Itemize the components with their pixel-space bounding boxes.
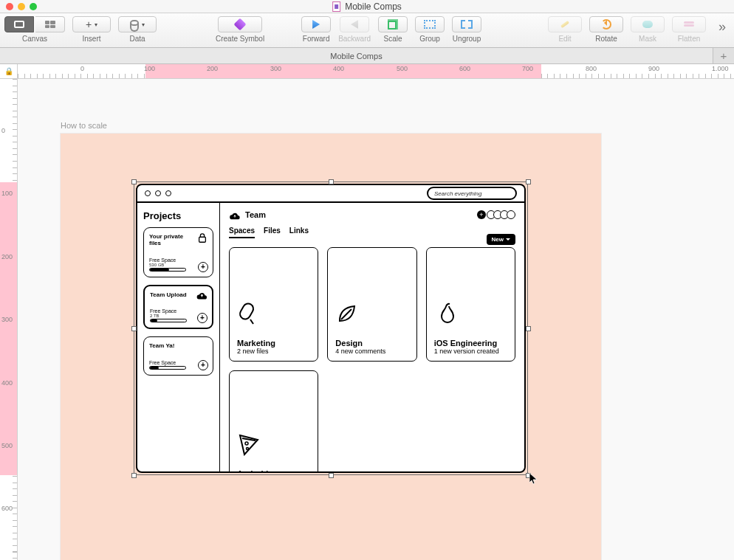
ruler-h-label: 200 [207,65,218,72]
group-group: Group [415,16,445,43]
mask-group: Mask [631,16,665,43]
flatten-button[interactable] [672,16,706,32]
ruler-h-label: 500 [397,65,408,72]
artboard-label[interactable]: How to scale [61,121,107,130]
forward-label: Forward [303,35,330,43]
ruler-row: 🔒 01002003004005006007008009001.000 [0,64,734,79]
pencil-icon [560,21,569,28]
ruler-h-label: 600 [459,65,470,72]
ungroup-label: Ungroup [453,35,481,43]
ruler-origin-lock[interactable]: 🔒 [0,64,18,79]
flatten-label: Flatten [678,35,701,43]
ruler-h-label: 300 [270,65,281,72]
scale-icon [388,19,398,30]
edit-group: Edit [548,16,582,43]
window-controls [6,3,37,10]
insert-label: Insert [82,35,100,43]
canvas-label: Canvas [22,35,47,43]
cursor-icon [529,473,538,485]
database-icon [130,20,139,29]
chevron-down-icon: ▾ [142,21,145,28]
mask-icon [642,21,653,28]
backward-button[interactable] [340,16,369,32]
ruler-v-label: 0 [1,127,5,134]
ruler-h-label: 1.000 [712,65,729,72]
selection-handle[interactable] [131,326,137,331]
group-label: Group [419,35,440,43]
workspace: 0100200300400500600 How to scale Search … [0,79,734,560]
ruler-v-label: 600 [1,505,13,512]
document-icon [332,1,340,12]
flatten-group: Flatten [672,16,706,43]
ruler-v-label: 400 [1,379,13,387]
selection-box[interactable] [134,182,528,475]
ruler-h-label: 100 [144,65,155,72]
group-button[interactable] [415,16,445,32]
add-tab-button[interactable]: + [713,48,734,63]
view-canvas-button[interactable] [4,16,34,32]
flatten-icon [684,21,694,27]
rotate-button[interactable] [589,16,623,32]
ungroup-icon [461,20,473,29]
tab-mobile-comps[interactable]: Mobile Comps [0,48,713,63]
close-window-button[interactable] [6,3,13,10]
edit-button[interactable] [548,16,582,32]
grid-icon [45,21,55,28]
selection-handle[interactable] [526,326,531,331]
view-components-button[interactable] [35,16,65,32]
selection-handle[interactable] [329,473,334,478]
forward-icon [312,20,320,29]
mask-button[interactable] [631,16,665,32]
data-button[interactable]: ▾ [118,16,157,32]
symbol-icon [234,18,247,31]
scale-label: Scale [384,35,402,43]
plus-icon: + [86,18,92,30]
toolbar-overflow-button[interactable]: » [715,19,730,35]
selection-handle[interactable] [131,179,137,184]
rotate-group: Rotate [589,16,623,43]
selection-handle[interactable] [526,179,531,184]
minimize-window-button[interactable] [18,3,25,10]
ungroup-group: Ungroup [452,16,481,43]
insert-button[interactable]: +▾ [72,16,111,32]
zoom-window-button[interactable] [30,3,37,10]
insert-group: +▾ Insert [72,16,111,43]
canvas-icon [14,21,24,28]
ruler-h-label: 800 [586,65,597,72]
canvas-viewport[interactable]: How to scale Search everything Projects … [18,79,734,560]
scale-button[interactable] [378,16,408,32]
backward-group: Backward [338,16,371,43]
ruler-vertical[interactable]: 0100200300400500600 [0,79,18,560]
rotate-label: Rotate [595,35,617,43]
data-label: Data [129,35,145,43]
scale-group: Scale [378,16,408,43]
ungroup-button[interactable] [452,16,481,32]
ruler-v-label: 100 [1,190,13,197]
rotate-icon [601,19,611,30]
ruler-h-label: 0 [80,65,84,72]
ruler-v-label: 200 [1,253,13,260]
ruler-v-label: 300 [1,316,13,323]
selection-handle[interactable] [329,179,334,184]
forward-group: Forward [301,16,331,43]
ruler-h-label: 700 [522,65,533,72]
create-symbol-button[interactable] [218,16,262,32]
create-symbol-label: Create Symbol [216,35,264,43]
ruler-v-label: 500 [1,442,13,449]
edit-label: Edit [558,35,571,43]
backward-icon [351,20,358,29]
document-title-text: Mobile Comps [345,1,402,12]
group-icon [424,20,436,29]
mask-label: Mask [639,35,656,43]
create-symbol-group: Create Symbol [216,16,264,43]
chevron-down-icon: ▾ [95,21,97,28]
document-tabs: Mobile Comps + [0,48,734,64]
document-title: Mobile Comps [332,1,402,12]
backward-label: Backward [338,35,371,43]
ruler-h-label: 400 [333,65,344,72]
selection-handle[interactable] [131,473,137,478]
ruler-h-label: 900 [648,65,659,72]
forward-button[interactable] [301,16,331,32]
ruler-horizontal[interactable]: 01002003004005006007008009001.000 [18,64,734,79]
titlebar: Mobile Comps [0,0,734,13]
